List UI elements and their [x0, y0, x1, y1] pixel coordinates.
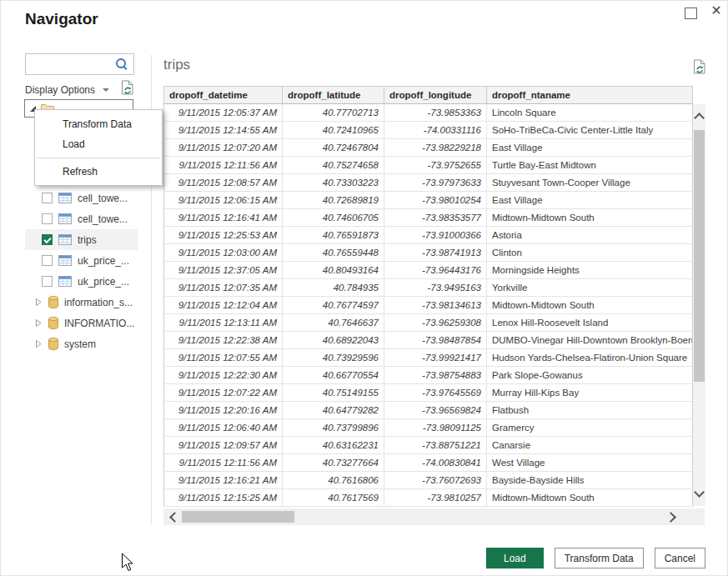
column-header-dropoff_ntaname[interactable]: dropoff_ntaname	[487, 87, 693, 104]
scroll-down-icon[interactable]	[694, 487, 705, 498]
cell-dropoff_datetime: 9/11/2015 12:16:41 AM	[164, 209, 283, 227]
cell-dropoff_latitude: 40.76591873	[283, 227, 384, 244]
table-icon	[58, 276, 72, 287]
tree-item-trips[interactable]: trips	[25, 229, 138, 250]
cell-dropoff_ntaname: East Village	[487, 192, 693, 209]
display-options-dropdown[interactable]: Display Options	[25, 83, 109, 97]
scroll-right-icon[interactable]	[665, 512, 676, 523]
cell-dropoff_ntaname: Canarsie	[487, 437, 693, 454]
cell-dropoff_latitude: 40.68922043	[283, 332, 384, 349]
cell-dropoff_latitude: 40.784935	[283, 279, 384, 297]
cell-dropoff_latitude: 40.75274658	[283, 157, 384, 174]
cell-dropoff_datetime: 9/11/2015 12:07:20 AM	[164, 139, 283, 157]
cell-dropoff_latitude: 40.64779282	[283, 402, 384, 419]
tree-item-uk-price[interactable]: uk_price_...	[25, 271, 138, 292]
search-input[interactable]	[26, 54, 123, 74]
tree-item-label: INFORMATIO...	[64, 318, 134, 329]
horizontal-scrollbar-thumb[interactable]	[182, 511, 294, 523]
table-row: 9/11/2015 12:20:16 AM40.64779282-73.9656…	[164, 402, 693, 419]
scroll-left-icon[interactable]	[169, 512, 180, 523]
table-row: 9/11/2015 12:16:21 AM40.7616806-73.76072…	[164, 472, 693, 489]
table-row: 9/11/2015 12:06:40 AM40.73799896-73.9809…	[164, 419, 693, 437]
cell-dropoff_ntaname: Bayside-Bayside Hills	[487, 472, 693, 489]
close-icon[interactable]: ✕	[708, 3, 725, 19]
expand-chevron-icon[interactable]	[34, 298, 43, 307]
table-row: 9/11/2015 12:11:56 AM40.73277664-74.0083…	[164, 454, 693, 472]
tree-item-information-s[interactable]: information_s...	[25, 292, 138, 313]
cell-dropoff_longitude: -73.98353577	[384, 209, 487, 227]
cell-dropoff_latitude: 40.66770554	[283, 367, 384, 384]
expand-chevron-icon[interactable]	[34, 318, 43, 328]
cell-dropoff_latitude: 40.80493164	[283, 262, 384, 279]
dialog-title: Navigator	[25, 10, 98, 28]
scroll-up-icon[interactable]	[694, 113, 705, 123]
database-icon	[48, 296, 58, 308]
menu-item-transform-data[interactable]: Transform Data	[35, 114, 162, 134]
display-options-label: Display Options	[25, 84, 95, 96]
refresh-preview-icon[interactable]	[693, 59, 706, 78]
cell-dropoff_latitude: 40.63162231	[283, 437, 384, 454]
cancel-button[interactable]: Cancel	[655, 548, 705, 568]
column-header-dropoff_datetime[interactable]: dropoff_datetime	[164, 87, 283, 104]
cell-dropoff_latitude: 40.73799896	[283, 419, 384, 437]
checkbox[interactable]	[42, 234, 53, 245]
cell-dropoff_latitude: 40.76559448	[283, 244, 384, 262]
expand-chevron-icon[interactable]	[34, 339, 43, 348]
checkbox[interactable]	[42, 213, 53, 224]
cell-dropoff_datetime: 9/11/2015 12:37:05 AM	[164, 262, 283, 279]
table-row: 9/11/2015 12:07:35 AM40.784935-73.949516…	[164, 279, 693, 297]
cell-dropoff_longitude: -73.99921417	[384, 349, 487, 367]
menu-item-load[interactable]: Load	[35, 134, 162, 154]
cell-dropoff_longitude: -73.96259308	[384, 314, 487, 332]
cell-dropoff_datetime: 9/11/2015 12:03:00 AM	[164, 244, 283, 262]
column-header-dropoff_latitude[interactable]: dropoff_latitude	[283, 87, 384, 104]
cell-dropoff_datetime: 9/11/2015 12:13:11 AM	[164, 314, 283, 332]
cell-dropoff_datetime: 9/11/2015 12:20:16 AM	[164, 402, 283, 419]
cell-dropoff_ntaname: Yorkville	[487, 279, 693, 297]
cell-dropoff_latitude: 40.73929596	[283, 349, 384, 367]
column-header-dropoff_longitude[interactable]: dropoff_longitude	[384, 87, 487, 104]
maximize-icon[interactable]	[685, 8, 697, 19]
menu-item-refresh[interactable]: Refresh	[35, 162, 162, 182]
vertical-scrollbar[interactable]	[693, 104, 705, 506]
tree-item-informatio[interactable]: INFORMATIO...	[25, 313, 138, 333]
cell-dropoff_longitude: -73.98754883	[384, 367, 487, 384]
tree-item-system[interactable]: system	[25, 333, 138, 354]
cell-dropoff_latitude: 40.72467804	[283, 139, 384, 157]
cell-dropoff_latitude: 40.72689819	[283, 192, 384, 209]
load-button[interactable]: Load	[486, 548, 544, 568]
transform-data-button[interactable]: Transform Data	[555, 548, 644, 568]
table-row: 9/11/2015 12:05:37 AM40.77702713-73.9853…	[164, 104, 693, 122]
table-row: 9/11/2015 12:09:57 AM40.63162231-73.8875…	[164, 437, 693, 454]
cell-dropoff_ntaname: Morningside Heights	[487, 262, 693, 279]
cell-dropoff_longitude: -73.98010254	[384, 192, 487, 209]
cell-dropoff_datetime: 9/11/2015 12:14:55 AM	[164, 122, 283, 139]
table-row: 9/11/2015 12:15:25 AM40.7617569-73.98102…	[164, 489, 693, 507]
cell-dropoff_ntaname: Park Slope-Gowanus	[487, 367, 693, 384]
horizontal-scrollbar[interactable]	[163, 508, 705, 525]
cell-dropoff_longitude: -73.98229218	[384, 139, 487, 157]
cell-dropoff_datetime: 9/11/2015 12:07:22 AM	[164, 384, 283, 402]
checkbox[interactable]	[42, 255, 53, 266]
tree-item-cell-towe[interactable]: cell_towe...	[25, 208, 138, 229]
tree-item-uk-price[interactable]: uk_price_...	[25, 250, 138, 271]
cell-dropoff_ntaname: Stuyvesant Town-Cooper Village	[487, 174, 693, 192]
cell-dropoff_longitude: -74.00830841	[384, 454, 487, 472]
cell-dropoff_longitude: -74.00331116	[384, 122, 487, 139]
cell-dropoff_longitude: -73.9752655	[384, 157, 487, 174]
checkbox[interactable]	[42, 276, 53, 287]
tree-item-label: cell_towe...	[78, 213, 128, 225]
search-box[interactable]	[25, 53, 134, 75]
cell-dropoff_longitude: -73.91000366	[384, 227, 487, 244]
tree-item-label: uk_price_...	[78, 255, 129, 267]
cell-dropoff_datetime: 9/11/2015 12:05:37 AM	[164, 104, 283, 122]
vertical-scrollbar-thumb[interactable]	[694, 130, 705, 382]
table-row: 9/11/2015 12:07:20 AM40.72467804-73.9822…	[164, 139, 693, 157]
cell-dropoff_longitude: -73.98487854	[384, 332, 487, 349]
refresh-list-icon[interactable]	[121, 80, 134, 98]
tree-item-cell-towe[interactable]: cell_towe...	[25, 188, 138, 208]
search-icon[interactable]	[116, 58, 126, 68]
checkbox[interactable]	[42, 193, 53, 203]
table-row: 9/11/2015 12:37:05 AM40.80493164-73.9644…	[164, 262, 693, 279]
cell-dropoff_datetime: 9/11/2015 12:07:35 AM	[164, 279, 283, 297]
